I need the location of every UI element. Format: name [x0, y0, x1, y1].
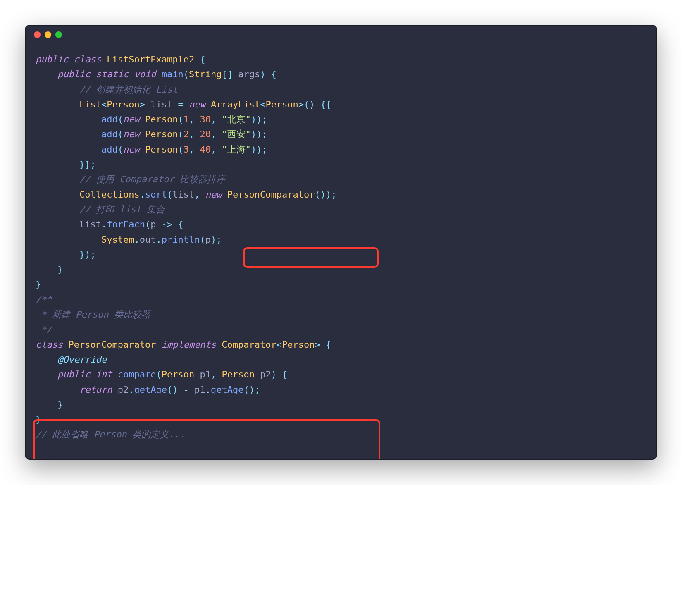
code-token [36, 384, 79, 395]
code-token [194, 129, 200, 139]
code-token: . [134, 234, 139, 245]
code-token: ArrayList [211, 99, 260, 110]
code-token: . [140, 189, 145, 200]
code-token [36, 144, 101, 155]
code-token: ) [271, 369, 277, 380]
code-token [36, 354, 57, 365]
code-token: void [134, 69, 156, 79]
code-token [156, 69, 161, 79]
code-token: . [101, 219, 107, 229]
code-token [140, 129, 145, 139]
code-token: forEach [107, 219, 145, 229]
code-token [265, 69, 271, 79]
code-token: "北京" [222, 114, 251, 124]
code-token: 3 [184, 144, 189, 155]
code-token: ( [118, 129, 123, 139]
code-token: PersonComparator [68, 339, 156, 350]
code-token [200, 189, 205, 200]
code-content: public class ListSortExample2 { public s… [36, 52, 646, 442]
code-token [101, 54, 107, 64]
code-token: { [282, 369, 287, 380]
code-token [112, 369, 117, 380]
code-token: )); [251, 114, 267, 124]
code-token: ( [118, 144, 123, 155]
code-token: Person [145, 129, 178, 139]
code-token: , [189, 129, 194, 139]
code-token: // 打印 list 集合 [79, 204, 165, 215]
code-token: p [150, 219, 162, 229]
code-token [36, 369, 57, 380]
code-token: p2 [255, 369, 271, 380]
code-token: int [96, 369, 112, 380]
code-token: }}; [79, 159, 96, 170]
code-token: list [36, 219, 101, 229]
code-token: { [326, 339, 331, 350]
code-token: main [162, 69, 184, 79]
code-token: 20 [200, 129, 211, 139]
code-token: } [36, 414, 41, 425]
code-token: class [74, 54, 101, 64]
code-token: Person [265, 99, 298, 110]
code-token: new [189, 99, 205, 110]
code-token: { [178, 219, 183, 229]
code-token: )); [251, 129, 267, 139]
code-token: Person [145, 114, 178, 124]
code-token: ( [178, 129, 183, 139]
code-token: ( [145, 219, 150, 229]
code-token: { [200, 54, 205, 64]
code-token [36, 249, 79, 260]
code-token: static [96, 69, 129, 79]
code-token [222, 189, 227, 200]
code-token: {{ [320, 99, 331, 110]
code-token [68, 54, 74, 64]
code-token: @Override [57, 354, 107, 365]
code-token [194, 144, 200, 155]
code-token: public [36, 54, 68, 64]
window-titlebar [26, 26, 656, 44]
code-token [216, 339, 222, 350]
code-token [36, 129, 101, 139]
zoom-icon[interactable] [55, 31, 62, 38]
code-token: class [36, 339, 63, 350]
code-token: ); [211, 234, 222, 245]
code-token: () [167, 384, 178, 395]
code-token: ( [178, 114, 183, 124]
code-token [205, 99, 211, 110]
code-token: PersonComparator [227, 189, 315, 200]
code-token: getAge [134, 384, 167, 395]
code-token: , [211, 129, 216, 139]
code-token: p1 [189, 384, 205, 395]
code-token [140, 114, 145, 124]
code-token: Person [222, 369, 254, 380]
code-token [216, 369, 222, 380]
code-token: args [233, 69, 260, 79]
code-token [36, 159, 79, 170]
code-token: }); [79, 249, 96, 260]
code-token: list [145, 99, 178, 110]
minimize-icon[interactable] [45, 31, 51, 38]
code-token: ( [200, 234, 205, 245]
code-token: >() [298, 99, 315, 110]
code-token: * 新建 Person 类比较器 [36, 309, 150, 320]
code-token: . [129, 384, 134, 395]
code-token: } [57, 399, 63, 410]
code-token: */ [36, 324, 52, 334]
code-token: ( [184, 69, 189, 79]
code-token: . [156, 234, 161, 245]
code-token: Comparator [222, 339, 276, 350]
code-token: p1 [194, 369, 211, 380]
code-token: new [123, 144, 140, 155]
code-token: , [211, 144, 216, 155]
code-token: add [101, 129, 118, 139]
code-token: ()); [315, 189, 337, 200]
code-token: > [140, 99, 145, 110]
code-token: < [260, 99, 265, 110]
code-token [216, 114, 222, 124]
code-token: public [57, 69, 90, 79]
code-token: > [315, 339, 320, 350]
code-token [36, 204, 79, 215]
code-token [36, 174, 79, 184]
code-token: // 创建并初始化 List [79, 84, 178, 95]
code-token: < [101, 99, 107, 110]
close-icon[interactable] [34, 31, 41, 38]
